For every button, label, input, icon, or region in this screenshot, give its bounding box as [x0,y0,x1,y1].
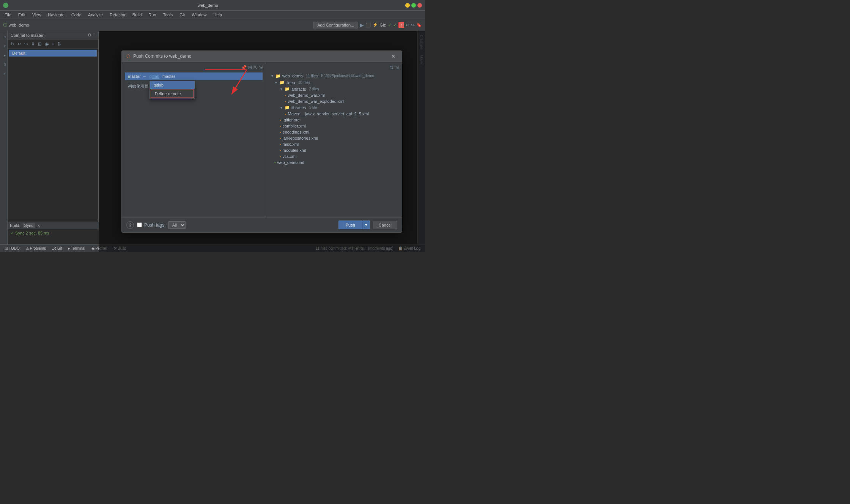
remote-link[interactable]: gitlab [150,74,159,79]
git-tab-label: Git [57,246,62,250]
tree-root[interactable]: ▼ 📁 web_demo 11 files E:\笔记\jenkins\代码\w… [269,72,399,79]
collapse-icon[interactable]: − [93,33,95,38]
menu-window[interactable]: Window [189,12,209,18]
eye-btn[interactable]: ◉ [44,41,49,47]
close-button[interactable] [417,3,422,8]
bookmarks-icon[interactable]: 🔖 [416,22,422,28]
refresh-btn[interactable]: ↻ [10,41,15,47]
dropdown-define-remote[interactable]: Define remote [151,90,194,98]
project-sidebar-icon[interactable]: P [1,34,7,40]
build-close-icon[interactable]: ✕ [37,224,40,228]
default-changelist[interactable]: Default [9,50,97,57]
push-button[interactable]: Push [338,220,362,229]
tree-jar-repos[interactable]: ▪ jarRepositories.xml [269,135,399,141]
artifacts-chevron: ▼ [280,87,283,91]
git-check2-icon[interactable]: ✓ [393,22,397,28]
compiler-icon: ▪ [280,124,281,128]
push-dropdown-button[interactable]: ▾ [362,220,370,229]
right-sort-icon[interactable]: ⇅ [390,65,394,70]
gitignore-name: .gitignore [283,118,300,122]
push-left-grid-icon[interactable]: ⊞ [248,65,252,70]
menu-help[interactable]: Help [210,12,225,18]
gitignore-icon: ▪ [280,118,281,122]
menu-navigate[interactable]: Navigate [45,12,67,18]
maximize-button[interactable] [411,3,416,8]
tree-libraries[interactable]: ▼ 📁 libraries 1 file [269,104,399,111]
build-sync-tab[interactable]: Sync [23,223,35,228]
status-git[interactable]: ⎇ Git [50,246,64,250]
tree-iml[interactable]: ▪ web_demo.iml [269,159,399,165]
structure-sidebar-icon[interactable]: S [1,71,7,77]
view-btn[interactable]: ⊞ [37,41,42,47]
menu-edit[interactable]: Edit [15,12,28,18]
add-configuration-button[interactable]: Add Configuration... [313,22,358,28]
commit-sidebar-icon[interactable]: C [1,43,7,49]
tree-vcs[interactable]: ▪ vcs.xml [269,153,399,159]
sort-btn[interactable]: ≡ [51,41,55,47]
tree-artifact2[interactable]: ▪ web_demo_war_exploded.xml [269,98,399,104]
minimize-button[interactable] [405,3,410,8]
filter-btn[interactable]: ⇅ [57,41,62,47]
right-collapse-icon[interactable]: ⇲ [395,65,399,70]
status-terminal[interactable]: ▸ Terminal [67,246,87,250]
play-icon[interactable]: ▶ [360,22,364,28]
commit-to-master-label: Commit to master [11,33,44,38]
tree-misc[interactable]: ▪ misc.xml [269,141,399,147]
menu-tools[interactable]: Tools [160,12,176,18]
encodings-icon: ▪ [280,130,281,134]
push-tags-select[interactable]: All [168,221,186,229]
menu-git[interactable]: Git [176,12,188,18]
push-left-expand-icon[interactable]: ⇱ [253,65,257,70]
menu-view[interactable]: View [29,12,44,18]
coverage-icon[interactable]: ⚡ [373,22,378,27]
redo-icon[interactable]: ↪ [411,22,415,28]
undo-btn[interactable]: ↩ [17,41,22,47]
favorites-sidebar-icon[interactable]: ★ [1,52,7,58]
settings-icon[interactable]: ⚙ [88,33,91,38]
tree-artifact1[interactable]: ▪ web_demo_war.xml [269,92,399,98]
undo-icon[interactable]: ↩ [406,22,409,28]
main-toolbar: ⬡ web_demo Add Configuration... ▶ ⬛ ⚡ Gi… [0,19,425,31]
web-sidebar-icon[interactable]: W [1,61,7,68]
terminal-label: Terminal [71,246,85,250]
dropdown-gitlab[interactable]: gitlab [150,81,195,89]
commit-panel: Commit to master ⚙ − ↻ ↩ ↪ ⬇ ⊞ ◉ ≡ ⇅ Def… [8,31,99,252]
redo-btn[interactable]: ↪ [24,41,29,47]
build-label: Build: [10,223,20,228]
library1-icon: ▪ [285,112,286,116]
libraries-chevron: ▼ [280,106,283,110]
download-btn[interactable]: ⬇ [30,41,36,47]
vcs-icon: ▪ [280,154,281,159]
menu-build[interactable]: Build [129,12,145,18]
push-tags-checkbox[interactable] [137,222,142,227]
libraries-name: libraries [291,106,306,110]
tree-library1[interactable]: ▪ Maven__javax_servlet_servlet_api_2_5.x… [269,111,399,117]
tree-artifacts[interactable]: ▼ 📁 artifacts 2 files [269,86,399,92]
menu-refactor[interactable]: Refactor [107,12,129,18]
jar-repos-name: jarRepositories.xml [283,136,318,140]
push-left-pin-icon[interactable]: 📌 [241,65,247,70]
git-check-icon[interactable]: ✓ [388,22,392,28]
modal-title-row: ⬡ Push Commits to web_demo [126,54,191,59]
menu-file[interactable]: File [2,12,14,18]
git-push-icon[interactable]: ↑ [398,22,405,28]
project-icon: ⬡ [3,22,7,28]
branch-name: master [128,74,141,79]
push-left-collapse-icon[interactable]: ⇲ [259,65,263,70]
menu-analyze[interactable]: Analyze [85,12,106,18]
tree-idea[interactable]: ▼ 📁 .idea 10 files [269,79,399,86]
modal-close-button[interactable]: ✕ [390,53,397,59]
commit-toolbar: ↻ ↩ ↪ ⬇ ⊞ ◉ ≡ ⇅ [8,39,98,49]
menu-run[interactable]: Run [145,12,159,18]
status-problems[interactable]: ⚠ Problems [24,246,47,250]
branch-row: master → gitlab gitlab Define remote ma [125,72,263,80]
debug-icon[interactable]: ⬛ [365,22,371,28]
tree-gitignore[interactable]: ▪ .gitignore [269,117,399,123]
cancel-button[interactable]: Cancel [373,221,397,229]
status-todo[interactable]: ☑ TODO [3,246,21,250]
help-button[interactable]: ? [126,221,134,229]
menu-code[interactable]: Code [68,12,84,18]
tree-compiler[interactable]: ▪ compiler.xml [269,123,399,129]
tree-modules[interactable]: ▪ modules.xml [269,147,399,153]
tree-encodings[interactable]: ▪ encodings.xml [269,129,399,135]
